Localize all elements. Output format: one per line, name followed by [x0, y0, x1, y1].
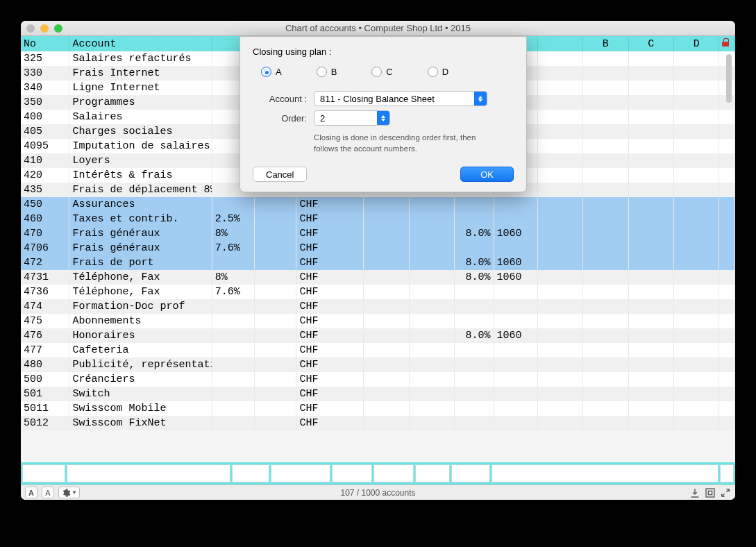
table-row[interactable]: 4706Frais généraux7.6%CHF [21, 241, 735, 255]
account-select[interactable]: 811 - Closing Balance Sheet [314, 91, 487, 106]
entry-row [21, 462, 735, 485]
plan-radio-c-label: C [386, 67, 392, 77]
fit-view-icon[interactable] [703, 487, 717, 499]
dialog-hint: Closing is done in descending order firs… [314, 133, 494, 154]
entry-c4[interactable] [271, 464, 330, 482]
entry-c10[interactable] [720, 464, 734, 482]
account-select-value: 811 - Closing Balance Sheet [320, 94, 435, 104]
dialog-heading: Closing using plan : [253, 47, 514, 57]
table-row[interactable]: 450AssurancesCHF [21, 197, 735, 212]
entry-c9[interactable] [492, 464, 719, 482]
chevron-updown-icon [377, 111, 389, 125]
status-text: 107 / 1000 accounts [21, 488, 735, 498]
download-icon[interactable] [688, 487, 702, 499]
entry-c5[interactable] [332, 464, 372, 482]
entry-c6[interactable] [373, 464, 414, 482]
table-row[interactable]: 501SwitchCHF [21, 387, 735, 401]
table-row[interactable]: 474Formation-Doc profCHF [21, 299, 735, 314]
table-row[interactable]: 460Taxes et contrib.2.5%CHF [21, 212, 735, 226]
col-no[interactable]: No [21, 36, 69, 51]
col-a[interactable] [537, 36, 582, 51]
svg-rect-0 [706, 489, 714, 497]
plan-radio-b[interactable]: B [317, 67, 337, 77]
table-row[interactable]: 476HonorairesCHF8.0%1060 [21, 328, 735, 343]
close-window-button[interactable] [26, 24, 35, 33]
col-d[interactable]: D [673, 36, 719, 51]
closing-plan-dialog: Closing using plan : A B C D Account : 8… [240, 36, 527, 192]
entry-c3[interactable] [232, 464, 269, 482]
table-row[interactable]: 5011Swisscom MobileCHF [21, 401, 735, 416]
format-plain-button[interactable]: A [42, 487, 54, 498]
order-select[interactable]: 2 [314, 110, 390, 126]
app-window: Chart of accounts • Computer Shop Ltd • … [21, 21, 735, 500]
status-bar: A A ▼ 107 / 1000 accounts [21, 485, 735, 500]
window-controls [26, 24, 62, 33]
table-row[interactable]: 4731Téléphone, Fax8%CHF8.0%1060 [21, 270, 735, 285]
plan-radio-a[interactable]: A [261, 67, 282, 77]
table-row[interactable]: 5012Swisscom FixNetCHF [21, 416, 735, 430]
plan-radio-a-label: A [276, 67, 282, 77]
plan-radio-group: A B C D [253, 64, 514, 87]
plan-radio-d[interactable]: D [428, 67, 448, 77]
expand-icon[interactable] [719, 487, 732, 499]
plan-radio-d-label: D [442, 67, 448, 77]
zoom-window-button[interactable] [54, 24, 62, 33]
table-row[interactable]: 470Frais généraux8%CHF8.0%1060 [21, 226, 735, 241]
plan-radio-b-label: B [331, 67, 337, 77]
gear-icon [61, 488, 71, 498]
table-row[interactable]: 477CafeteriaCHF [21, 343, 735, 357]
col-lock[interactable] [719, 36, 735, 51]
table-row[interactable]: 472Frais de portCHF8.0%1060 [21, 255, 735, 270]
vertical-scrollbar[interactable] [724, 53, 734, 462]
entry-account[interactable] [67, 464, 230, 482]
entry-c7[interactable] [415, 464, 450, 482]
lock-icon [722, 38, 729, 47]
table-row[interactable]: 475AbonnementsCHF [21, 314, 735, 328]
settings-gear-button[interactable]: ▼ [58, 487, 80, 498]
svg-rect-1 [708, 491, 712, 494]
col-b[interactable]: B [583, 36, 628, 51]
col-c[interactable]: C [628, 36, 673, 51]
ok-button[interactable]: OK [460, 167, 514, 182]
minimize-window-button[interactable] [40, 24, 49, 33]
col-account[interactable]: Account [69, 36, 212, 51]
table-row[interactable]: 4736Téléphone, Fax7.6%CHF [21, 285, 735, 299]
scroll-thumb[interactable] [726, 54, 732, 103]
order-select-value: 2 [320, 113, 325, 124]
window-title: Chart of accounts • Computer Shop Ltd • … [21, 23, 735, 33]
plan-radio-c[interactable]: C [371, 67, 392, 77]
order-label: Order: [258, 113, 307, 124]
table-row[interactable]: 500CréanciersCHF [21, 372, 735, 387]
entry-no[interactable] [22, 464, 65, 482]
cancel-button[interactable]: Cancel [253, 167, 307, 182]
account-label: Account : [258, 94, 307, 104]
titlebar: Chart of accounts • Computer Shop Ltd • … [21, 21, 735, 36]
chevron-updown-icon [474, 92, 487, 106]
table-row[interactable]: 480Publicité, représentationCHF [21, 357, 735, 372]
format-bold-button[interactable]: A [25, 487, 37, 498]
entry-c8[interactable] [451, 464, 490, 482]
